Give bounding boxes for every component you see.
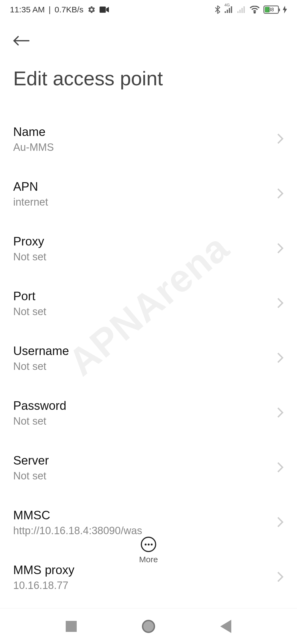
setting-value: Not set — [13, 361, 69, 372]
chevron-right-icon — [277, 243, 284, 255]
setting-title: Name — [13, 125, 54, 139]
more-horizontal-icon — [141, 537, 156, 552]
setting-value: Au-MMS — [13, 141, 54, 153]
back-button[interactable] — [13, 31, 33, 51]
setting-title: Proxy — [13, 234, 46, 248]
settings-list: Name Au-MMS APN internet Proxy Not set — [0, 101, 297, 605]
svg-point-10 — [254, 12, 255, 13]
charging-icon — [283, 6, 287, 13]
svg-rect-0 — [100, 7, 106, 13]
chevron-right-icon — [277, 352, 284, 364]
setting-title: APN — [13, 180, 48, 193]
setting-proxy[interactable]: Proxy Not set — [13, 221, 284, 276]
more-button[interactable]: More — [0, 537, 297, 564]
svg-rect-5 — [237, 11, 239, 13]
wifi-icon — [250, 6, 260, 13]
setting-port[interactable]: Port Not set — [13, 276, 284, 331]
setting-name[interactable]: Name Au-MMS — [13, 112, 284, 167]
svg-text:✕: ✕ — [241, 12, 245, 13]
setting-title: Port — [13, 289, 46, 303]
header: Edit access point — [0, 19, 297, 101]
setting-server[interactable]: Server Not set — [13, 440, 284, 495]
videocam-icon — [100, 6, 109, 13]
status-bar: 11:35 AM | 0.7KB/s 4G ✕ 38 — [0, 0, 297, 19]
chevron-right-icon — [277, 188, 284, 200]
status-data-rate: 0.7KB/s — [55, 5, 84, 14]
page-title: Edit access point — [13, 67, 284, 90]
nav-recents-button[interactable] — [66, 621, 77, 632]
nav-home-button[interactable] — [142, 620, 155, 633]
svg-rect-4 — [231, 6, 232, 13]
setting-title: Username — [13, 344, 69, 358]
chevron-right-icon — [277, 571, 284, 583]
setting-title: Server — [13, 454, 49, 467]
setting-value: Not set — [13, 415, 66, 427]
bluetooth-icon — [215, 5, 221, 14]
chevron-right-icon — [277, 462, 284, 474]
setting-title: Password — [13, 399, 66, 413]
svg-rect-3 — [229, 8, 230, 13]
setting-apn[interactable]: APN internet — [13, 167, 284, 221]
signal-4g-icon: 4G — [224, 6, 233, 13]
setting-value: Not set — [13, 306, 46, 318]
setting-value: internet — [13, 196, 48, 208]
svg-rect-1 — [225, 11, 226, 13]
chevron-right-icon — [277, 298, 284, 310]
navigation-bar — [0, 608, 297, 644]
setting-title: MMS proxy — [13, 563, 74, 577]
setting-value: http://10.16.18.4:38090/was — [13, 525, 142, 537]
setting-username[interactable]: Username Not set — [13, 331, 284, 386]
setting-value: Not set — [13, 251, 46, 263]
signal-nosim-icon: ✕ — [237, 6, 246, 13]
more-label: More — [139, 555, 158, 564]
setting-password[interactable]: Password Not set — [13, 386, 284, 440]
setting-value: 10.16.18.77 — [13, 580, 74, 591]
status-time: 11:35 AM — [10, 5, 45, 14]
chevron-right-icon — [277, 407, 284, 419]
status-bar-right: 4G ✕ 38 — [215, 5, 287, 14]
setting-title: MMSC — [13, 508, 142, 522]
svg-rect-6 — [240, 10, 241, 13]
back-arrow-icon — [13, 35, 30, 46]
status-bar-left: 11:35 AM | 0.7KB/s — [10, 5, 109, 14]
chevron-right-icon — [277, 517, 284, 529]
nav-back-button[interactable] — [220, 620, 231, 633]
chevron-right-icon — [277, 133, 284, 145]
svg-rect-2 — [227, 10, 228, 13]
status-separator: | — [49, 5, 51, 14]
gear-icon — [87, 6, 96, 14]
setting-value: Not set — [13, 470, 49, 482]
battery-icon: 38 — [263, 6, 279, 14]
